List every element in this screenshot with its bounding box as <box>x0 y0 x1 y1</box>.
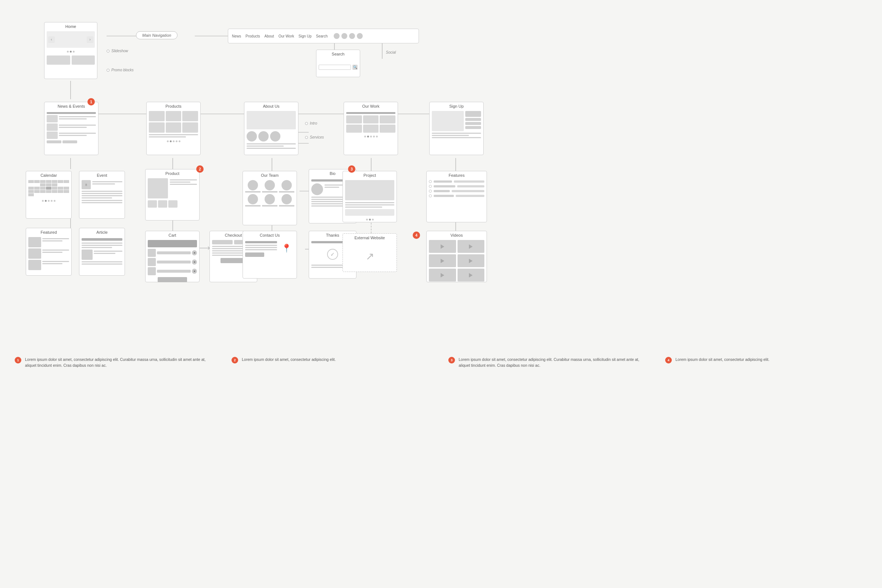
home-title: Home <box>64 22 78 30</box>
videos-title: Videos <box>449 231 464 238</box>
sign-up-title: Sign Up <box>448 102 465 110</box>
external-website-card: External Website ↗ <box>342 233 397 272</box>
thanks-title: Thanks <box>324 231 340 238</box>
footnote-badge-4: 4 <box>665 357 672 363</box>
news-events-title: News & Events <box>56 102 87 110</box>
article-card: Article <box>79 228 125 276</box>
calendar-card: Calendar <box>26 171 72 219</box>
our-work-title: Our Work <box>361 102 381 110</box>
article-title: Article <box>95 228 109 236</box>
footer-annotations: 1 Lorem ipsum dolor sit amet, consectetu… <box>15 349 867 369</box>
badge-3: 3 <box>348 165 356 173</box>
slideshow-label: Slideshow <box>106 49 128 53</box>
nav-item-news[interactable]: News <box>232 34 241 38</box>
about-us-title: About Us <box>261 102 281 110</box>
contact-us-card: Contact Us 📍 <box>243 231 297 279</box>
footnote-2: 2 Lorem ipsum dolor sit amet, consectetu… <box>231 357 434 369</box>
features-card: Features <box>426 171 487 222</box>
footnote-4: 4 Lorem ipsum dolor sit amet, consectetu… <box>665 357 867 369</box>
footnote-badge-1: 1 <box>15 357 21 363</box>
footnote-badge-2: 2 <box>231 357 238 363</box>
featured-card: Featured <box>26 228 72 276</box>
products-card: Products <box>146 102 201 155</box>
social-label: Social <box>386 50 396 55</box>
videos-card: Videos <box>426 231 487 282</box>
promo-blocks-label: Promo blocks <box>106 68 134 72</box>
cart-title: Cart <box>167 231 178 238</box>
nav-item-products[interactable]: Products <box>246 34 260 38</box>
intro-label: Intro <box>305 121 317 125</box>
featured-title: Featured <box>39 228 58 236</box>
calendar-title: Calendar <box>39 171 58 178</box>
services-label: Services <box>305 135 324 139</box>
contact-us-title: Contact Us <box>258 231 281 238</box>
news-events-card: News & Events <box>44 102 99 155</box>
nav-item-signup[interactable]: Sign Up <box>298 34 312 38</box>
external-website-title: External Website <box>353 234 387 241</box>
checkout-title: Checkout <box>224 231 243 238</box>
social-icons <box>334 33 363 39</box>
nav-item-ourwork[interactable]: Our Work <box>279 34 294 38</box>
home-card: Home ‹ › <box>44 22 98 79</box>
footnote-1: 1 Lorem ipsum dolor sit amet, consectetu… <box>15 357 217 369</box>
nav-item-search[interactable]: Search <box>316 34 328 38</box>
sign-up-card: Sign Up <box>429 102 484 155</box>
features-title: Features <box>447 171 466 178</box>
our-work-card: Our Work <box>344 102 398 155</box>
cart-card: Cart ✕ ✕ ✕ <box>145 231 200 282</box>
about-us-card: About Us <box>244 102 298 155</box>
footnote-text-1: Lorem ipsum dolor sit amet, consectetur … <box>25 357 217 369</box>
event-title: Event <box>95 171 108 178</box>
search-dropdown: Search 🔍 <box>316 50 360 77</box>
product-card: Product <box>145 169 200 220</box>
our-team-title: Our Team <box>260 171 280 178</box>
footnote-text-3: Lorem ipsum dolor sit amet, consectetur … <box>459 357 651 369</box>
badge-2: 2 <box>196 165 204 173</box>
footnote-text-4: Lorem ipsum dolor sit amet, consectetur … <box>675 357 770 362</box>
footnote-text-2: Lorem ipsum dolor sit amet, consectetur … <box>242 357 336 362</box>
nav-item-about[interactable]: About <box>264 34 274 38</box>
slide-next[interactable]: › <box>87 36 93 43</box>
footnote-badge-3: 3 <box>448 357 455 363</box>
event-card: Event 8 <box>79 171 125 219</box>
products-title: Products <box>164 102 183 110</box>
project-title: Project <box>362 171 377 178</box>
badge-1: 1 <box>87 98 95 105</box>
slide-prev[interactable]: ‹ <box>48 36 55 43</box>
footnote-3: 3 Lorem ipsum dolor sit amet, consectetu… <box>448 357 651 369</box>
our-team-card: Our Team <box>243 171 297 225</box>
main-nav-pill: Main Navigation <box>136 31 177 39</box>
project-card: Project <box>342 171 397 222</box>
badge-4: 4 <box>413 231 420 239</box>
product-title: Product <box>164 170 181 177</box>
nav-bar: News Products About Our Work Sign Up Sea… <box>228 28 419 44</box>
search-title: Search <box>330 50 346 57</box>
nav-pill-label: Main Navigation <box>142 33 171 38</box>
bio-title: Bio <box>328 170 337 177</box>
